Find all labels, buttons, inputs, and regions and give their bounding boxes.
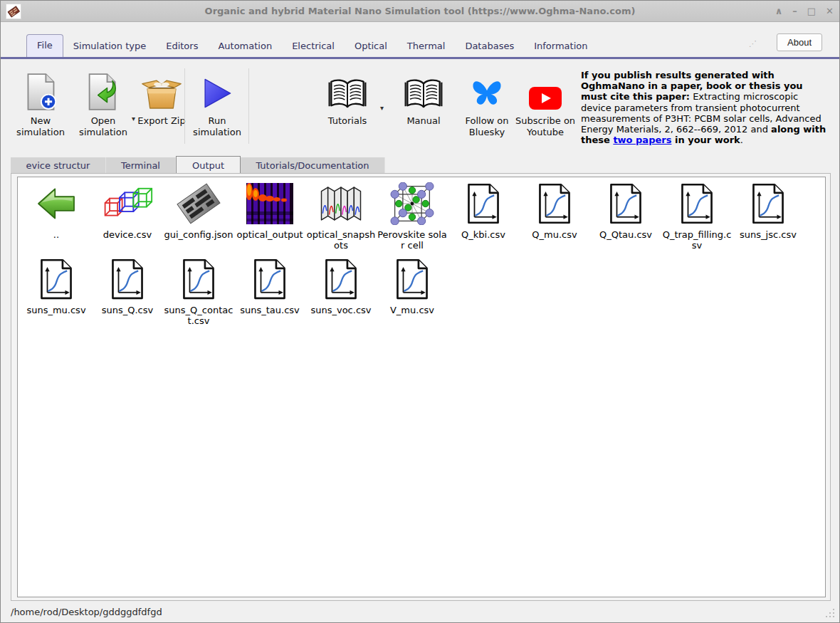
file-item[interactable]: Perovskite solar cell [377,182,448,257]
file-browser: .. device.csv gui_config.json optical_ou… [17,177,826,597]
toolbar-separator [248,68,249,144]
file-item-label: suns_jsc.csv [740,229,797,240]
new-simulation-button[interactable]: New simulation [9,67,72,138]
file-item-label: suns_Q.csv [102,305,154,315]
tutorials-button[interactable]: Tutorials [313,67,382,127]
menu-tab-file[interactable]: File [26,34,63,59]
file-item[interactable]: gui_config.json [163,182,234,257]
file-item[interactable]: optical_snapshots [305,182,377,257]
open-simulation-caret-icon[interactable]: ▾ [132,115,135,122]
file-item-label: suns_voc.csv [310,305,371,315]
content-tabs: evice structur Terminal Output Tutorials… [11,156,385,174]
file-item[interactable]: suns_Q_contact.csv [163,257,234,333]
menu-bar: File Simulation type Editors Automation … [1,22,839,59]
app-window: Organic and hybrid Material Nano Simulat… [0,0,840,623]
status-bar: /home/rod/Desktop/gddggdfdfgd [1,601,839,622]
citation-normal: . [740,135,743,145]
cubes-icon [92,182,163,226]
toolbar-grip-icon: ⋰ [749,39,757,48]
back-arrow-icon [21,182,92,226]
file-item[interactable]: suns_voc.csv [305,257,377,333]
file-item-label: suns_Q_contact.csv [164,305,233,326]
menu-tab-editors[interactable]: Editors [156,36,208,57]
maximize-button[interactable]: □ [807,1,816,22]
chart-icon [733,182,804,226]
new-simulation-icon [23,67,58,111]
content-tab-evice-structur[interactable]: evice structur [11,157,106,174]
file-item[interactable]: suns_mu.csv [21,257,92,333]
content-tab-terminal[interactable]: Terminal [106,157,176,174]
chart-icon [21,257,92,301]
file-item-label: suns_tau.csv [240,305,300,315]
file-item[interactable]: device.csv [92,182,163,257]
chart-icon [305,257,377,301]
file-item[interactable]: Q_kbi.csv [448,182,519,257]
file-item-label: Q_kbi.csv [461,229,505,240]
toolbar-button-label: Run simulation [187,115,247,138]
open-simulation-button[interactable]: Open simulation [73,67,133,138]
menu-tab-information[interactable]: Information [524,36,597,57]
menu-tab-optical[interactable]: Optical [345,36,397,57]
bluesky-button[interactable]: Follow on Bluesky [455,67,519,138]
toolbar-button-label: Export Zip [137,115,185,127]
minimize-button[interactable]: – [792,1,797,22]
toolbar-separator [184,68,185,144]
youtube-icon [528,67,562,111]
two-papers-link[interactable]: two papers [613,135,671,145]
toolbar: New simulation Open simulation ▾ [1,61,839,152]
open-simulation-icon [86,67,120,111]
app-logo-icon [6,4,21,19]
file-item-label: Q_mu.csv [532,229,577,240]
menu-tab-electrical[interactable]: Electrical [282,36,345,57]
close-button[interactable]: ✕ [826,1,834,22]
chart-icon [448,182,519,226]
menu-tab-databases[interactable]: Databases [455,36,524,57]
menu-tab-thermal[interactable]: Thermal [397,36,456,57]
chart-icon [590,182,661,226]
export-zip-button[interactable]: Export Zip [137,67,186,127]
file-item-label: Q_trap_filling.csv [662,229,732,251]
file-item[interactable]: suns_tau.csv [234,257,305,333]
file-item-label: suns_mu.csv [26,305,85,315]
snapshots-icon [305,182,377,226]
file-item-label: gui_config.json [164,229,233,240]
chart-icon [519,182,590,226]
manual-button[interactable]: Manual [394,67,453,127]
tutorials-caret-icon[interactable]: ▾ [380,104,384,112]
chip-icon [163,182,234,226]
toolbar-button-label: Open simulation [73,115,133,138]
resize-grip-icon[interactable] [825,608,835,618]
window-title: Organic and hybrid Material Nano Simulat… [1,6,839,16]
file-item[interactable]: suns_jsc.csv [733,182,804,257]
crystal-icon [377,182,448,226]
file-item[interactable]: optical_output [234,182,305,257]
tutorials-book-icon [327,67,368,111]
toolbar-button-label: New simulation [9,115,72,138]
menu-accent-line [1,57,839,59]
file-item[interactable]: .. [21,182,92,257]
citation-text: If you publish results generated with Og… [581,70,830,145]
run-simulation-button[interactable]: Run simulation [187,67,247,138]
content-tab-output[interactable]: Output [176,156,241,174]
chart-icon [661,182,733,226]
file-item[interactable]: Q_mu.csv [519,182,590,257]
toolbar-button-label: Follow on Bluesky [455,115,519,138]
youtube-button[interactable]: Subscribe on Youtube [515,67,576,138]
toolbar-button-label: Tutorials [328,115,367,127]
file-item[interactable]: Q_Qtau.csv [590,182,661,257]
file-item[interactable]: Q_trap_filling.csv [661,182,733,257]
chart-icon [92,257,163,301]
file-item[interactable]: V_mu.csv [377,257,448,333]
bluesky-butterfly-icon [468,67,505,111]
output-panel: .. device.csv gui_config.json optical_ou… [11,173,831,601]
shade-button[interactable]: ∧ [775,1,783,22]
heatmap-icon [234,182,305,226]
toolbar-button-label: Subscribe on Youtube [515,115,576,138]
menu-tab-simulation-type[interactable]: Simulation type [63,36,156,57]
manual-book-icon [403,67,444,111]
about-button[interactable]: About [777,33,822,51]
file-item[interactable]: suns_Q.csv [92,257,163,333]
content-tab-tutorials-documentation[interactable]: Tutorials/Documentation [241,157,385,174]
file-item-label: V_mu.csv [390,305,434,315]
menu-tab-automation[interactable]: Automation [208,36,282,57]
